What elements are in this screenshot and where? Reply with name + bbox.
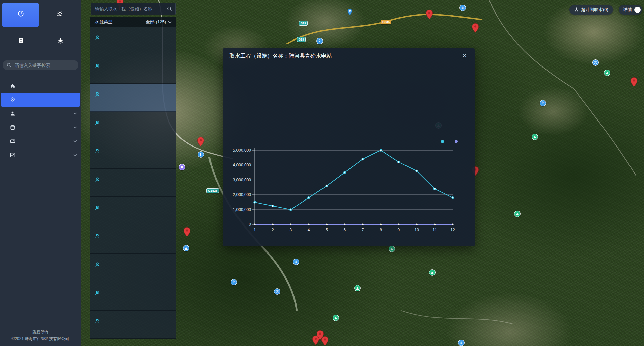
svg-text:4,000,000: 4,000,000 <box>233 163 251 167</box>
map-label[interactable]: 文 <box>293 259 300 265</box>
search-icon[interactable] <box>167 6 172 11</box>
module-tile-3[interactable] <box>2 30 39 54</box>
svg-text:9: 9 <box>398 228 400 232</box>
chevron-down-icon <box>168 21 172 23</box>
person-icon <box>95 92 100 97</box>
map-label[interactable] <box>183 245 190 251</box>
detail-toggle[interactable]: 详情 <box>619 5 642 15</box>
copyright-footer: 版权所有 ©2021 珠海市仁智科技有限公司 <box>0 326 81 346</box>
home-icon <box>10 83 15 88</box>
red-map-pin[interactable] <box>183 227 191 237</box>
map-label[interactable] <box>179 164 186 170</box>
sidebar-item-3[interactable] <box>0 107 81 121</box>
map-label[interactable] <box>389 246 396 252</box>
list-filter-bar: 水源类型 全部 (125) <box>90 17 176 27</box>
source-type-filter[interactable]: 全部 (125) <box>146 19 172 25</box>
map-label[interactable] <box>429 269 437 276</box>
annual-volume-chart: 01,000,0002,000,0003,000,0004,000,0005,0… <box>223 134 475 242</box>
map-label[interactable]: 文 <box>459 5 467 11</box>
map-label[interactable] <box>532 134 539 140</box>
sidebar-item-1[interactable] <box>0 79 81 93</box>
chevron-down-icon <box>73 126 77 129</box>
svg-text:5,000,000: 5,000,000 <box>233 148 251 153</box>
station-list-panel: 水源类型 全部 (125) <box>90 0 176 346</box>
station-list-item[interactable] <box>90 254 176 282</box>
station-list <box>90 27 176 346</box>
map-label[interactable]: 文 <box>274 288 281 295</box>
map-label[interactable] <box>514 211 522 217</box>
station-list-item[interactable] <box>90 84 176 112</box>
module-tile-4[interactable] <box>42 30 79 54</box>
chevron-down-icon <box>73 140 77 142</box>
red-map-pin[interactable] <box>321 336 329 346</box>
school-icon: 文 <box>231 279 237 285</box>
svg-text:8: 8 <box>380 228 382 232</box>
module-tile-1[interactable] <box>2 3 39 27</box>
sidebar-search[interactable] <box>3 60 78 70</box>
sidebar-item-2[interactable] <box>1 93 80 107</box>
map-label[interactable] <box>604 70 611 76</box>
mountain-icon <box>514 211 521 217</box>
station-detail-modal: 取水工程（设施）名称：陆河县青砼水电站 × 01,000,0002,000,00… <box>223 48 475 246</box>
modal-title: 取水工程（设施）名称：陆河县青砼水电站 <box>229 53 332 60</box>
school-icon: 文 <box>459 5 466 11</box>
module-tile-2[interactable] <box>42 3 79 27</box>
person-icon <box>95 149 100 154</box>
station-list-item[interactable] <box>90 311 176 339</box>
svg-text:1,000,000: 1,000,000 <box>233 207 251 212</box>
sidebar-nav <box>0 79 81 162</box>
map-label[interactable]: 文 <box>316 38 324 44</box>
red-map-pin[interactable] <box>197 137 204 147</box>
map-label[interactable] <box>198 151 205 158</box>
chart-icon <box>10 153 15 158</box>
map-label[interactable]: 文 <box>231 279 238 285</box>
school-icon: 文 <box>274 288 280 295</box>
school-icon: 文 <box>293 259 299 265</box>
station-list-item[interactable] <box>90 225 176 254</box>
station-search-input[interactable] <box>94 6 164 12</box>
close-icon[interactable]: × <box>463 52 467 59</box>
modal-divider <box>223 63 475 63</box>
toggle-knob[interactable] <box>634 7 641 13</box>
red-map-pin[interactable] <box>630 77 638 87</box>
sidebar-item-4[interactable] <box>0 121 81 134</box>
sidebar-item-5[interactable] <box>0 134 81 148</box>
over-plan-intake-button[interactable]: 超计划取水(0) <box>569 5 613 15</box>
station-list-item[interactable] <box>90 55 176 84</box>
road-shield: S19 <box>299 21 308 26</box>
person-icon <box>95 205 100 210</box>
station-list-item[interactable] <box>90 169 176 197</box>
over-plan-label: 超计划取水(0) <box>581 7 608 13</box>
person-icon <box>95 290 100 295</box>
waves-icon <box>57 11 64 17</box>
station-list-item[interactable] <box>90 112 176 140</box>
red-map-pin[interactable] <box>312 335 319 345</box>
station-list-item[interactable] <box>90 197 176 225</box>
copyright-line2: ©2021 珠海市仁智科技有限公司 <box>2 336 79 342</box>
map-label[interactable] <box>347 9 353 15</box>
mountain-icon <box>354 285 361 291</box>
station-search[interactable] <box>91 3 176 15</box>
user-icon <box>10 111 15 116</box>
person-icon <box>95 319 100 324</box>
map-label[interactable]: 文 <box>458 340 466 346</box>
station-list-item[interactable] <box>90 27 176 55</box>
station-list-item[interactable] <box>90 140 176 169</box>
gas-station-icon <box>198 151 204 158</box>
red-map-pin[interactable] <box>426 9 433 20</box>
svg-text:3: 3 <box>289 228 292 232</box>
filter-label: 水源类型 <box>95 19 112 25</box>
mountain-icon <box>532 134 538 140</box>
svg-text:5: 5 <box>326 228 328 232</box>
sidebar-search-input[interactable] <box>14 62 75 68</box>
flask-icon <box>574 7 579 12</box>
map-label[interactable]: 文 <box>592 59 600 66</box>
map-label[interactable] <box>333 315 340 321</box>
map-label[interactable] <box>354 285 362 291</box>
map-label[interactable]: 文 <box>540 100 547 106</box>
station-list-item[interactable] <box>90 282 176 311</box>
svg-text:2: 2 <box>272 228 274 232</box>
sidebar-item-6[interactable] <box>0 148 81 162</box>
module-switcher <box>0 0 81 54</box>
red-map-pin[interactable] <box>472 23 479 33</box>
